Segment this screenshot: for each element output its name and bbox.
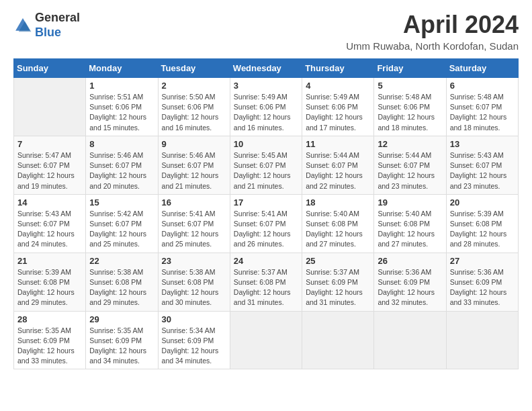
month-title: April 2024 xyxy=(346,11,519,39)
day-number: 8 xyxy=(89,139,154,149)
logo-icon xyxy=(13,16,32,35)
cell-content: Sunrise: 5:41 AM Sunset: 6:07 PM Dayligh… xyxy=(162,209,226,250)
calendar-cell: 30Sunrise: 5:34 AM Sunset: 6:09 PM Dayli… xyxy=(158,311,230,369)
calendar-cell: 16Sunrise: 5:41 AM Sunset: 6:07 PM Dayli… xyxy=(158,194,230,253)
day-number: 17 xyxy=(234,197,298,208)
header-cell-monday: Monday xyxy=(86,59,158,78)
calendar-cell: 13Sunrise: 5:43 AM Sunset: 6:07 PM Dayli… xyxy=(446,136,518,194)
day-number: 15 xyxy=(89,197,154,208)
calendar-cell: 22Sunrise: 5:38 AM Sunset: 6:08 PM Dayli… xyxy=(86,253,158,311)
cell-content: Sunrise: 5:36 AM Sunset: 6:09 PM Dayligh… xyxy=(450,267,515,308)
calendar-cell: 25Sunrise: 5:37 AM Sunset: 6:09 PM Dayli… xyxy=(302,253,374,311)
day-number: 6 xyxy=(450,81,515,91)
week-row-2: 7Sunrise: 5:47 AM Sunset: 6:07 PM Daylig… xyxy=(14,136,519,194)
calendar-cell: 9Sunrise: 5:46 AM Sunset: 6:07 PM Daylig… xyxy=(158,136,230,194)
calendar-cell: 12Sunrise: 5:44 AM Sunset: 6:07 PM Dayli… xyxy=(374,136,446,194)
calendar-table: SundayMondayTuesdayWednesdayThursdayFrid… xyxy=(13,58,519,369)
day-number: 11 xyxy=(306,139,370,149)
header-cell-thursday: Thursday xyxy=(302,59,374,78)
cell-content: Sunrise: 5:35 AM Sunset: 6:09 PM Dayligh… xyxy=(89,326,154,367)
location: Umm Ruwaba, North Kordofan, Sudan xyxy=(346,40,519,52)
cell-content: Sunrise: 5:44 AM Sunset: 6:07 PM Dayligh… xyxy=(378,150,442,191)
logo: General Blue xyxy=(13,11,80,40)
header: General Blue April 2024 Umm Ruwaba, Nort… xyxy=(13,11,519,52)
logo-text: General Blue xyxy=(35,11,80,40)
day-number: 19 xyxy=(378,197,442,208)
header-cell-sunday: Sunday xyxy=(14,59,86,78)
week-row-5: 28Sunrise: 5:35 AM Sunset: 6:09 PM Dayli… xyxy=(14,311,519,369)
day-number: 27 xyxy=(450,256,515,266)
calendar-cell: 20Sunrise: 5:39 AM Sunset: 6:08 PM Dayli… xyxy=(446,194,518,253)
day-number: 26 xyxy=(378,256,442,266)
calendar-header: SundayMondayTuesdayWednesdayThursdayFrid… xyxy=(14,59,519,78)
day-number: 14 xyxy=(17,197,82,208)
week-row-1: 1Sunrise: 5:51 AM Sunset: 6:06 PM Daylig… xyxy=(14,78,519,136)
cell-content: Sunrise: 5:46 AM Sunset: 6:07 PM Dayligh… xyxy=(162,150,226,191)
calendar-cell: 14Sunrise: 5:43 AM Sunset: 6:07 PM Dayli… xyxy=(14,194,86,253)
cell-content: Sunrise: 5:34 AM Sunset: 6:09 PM Dayligh… xyxy=(162,326,226,367)
day-number: 23 xyxy=(162,256,226,266)
cell-content: Sunrise: 5:50 AM Sunset: 6:06 PM Dayligh… xyxy=(162,92,226,133)
day-number: 16 xyxy=(162,197,226,208)
calendar-cell xyxy=(302,311,374,369)
calendar-cell: 7Sunrise: 5:47 AM Sunset: 6:07 PM Daylig… xyxy=(14,136,86,194)
cell-content: Sunrise: 5:38 AM Sunset: 6:08 PM Dayligh… xyxy=(89,267,154,308)
cell-content: Sunrise: 5:48 AM Sunset: 6:06 PM Dayligh… xyxy=(378,92,442,133)
title-block: April 2024 Umm Ruwaba, North Kordofan, S… xyxy=(346,11,519,52)
calendar-cell: 21Sunrise: 5:39 AM Sunset: 6:08 PM Dayli… xyxy=(14,253,86,311)
day-number: 25 xyxy=(306,256,370,266)
calendar-cell: 26Sunrise: 5:36 AM Sunset: 6:09 PM Dayli… xyxy=(374,253,446,311)
calendar-cell: 15Sunrise: 5:42 AM Sunset: 6:07 PM Dayli… xyxy=(86,194,158,253)
cell-content: Sunrise: 5:48 AM Sunset: 6:07 PM Dayligh… xyxy=(450,92,515,133)
calendar-cell: 5Sunrise: 5:48 AM Sunset: 6:06 PM Daylig… xyxy=(374,78,446,136)
day-number: 5 xyxy=(378,81,442,91)
cell-content: Sunrise: 5:43 AM Sunset: 6:07 PM Dayligh… xyxy=(450,150,515,191)
calendar-cell: 4Sunrise: 5:49 AM Sunset: 6:06 PM Daylig… xyxy=(302,78,374,136)
calendar-cell: 6Sunrise: 5:48 AM Sunset: 6:07 PM Daylig… xyxy=(446,78,518,136)
cell-content: Sunrise: 5:39 AM Sunset: 6:08 PM Dayligh… xyxy=(17,267,82,308)
calendar-cell xyxy=(374,311,446,369)
calendar-cell: 27Sunrise: 5:36 AM Sunset: 6:09 PM Dayli… xyxy=(446,253,518,311)
calendar-cell xyxy=(230,311,302,369)
day-number: 10 xyxy=(234,139,298,149)
calendar-cell: 19Sunrise: 5:40 AM Sunset: 6:08 PM Dayli… xyxy=(374,194,446,253)
day-number: 21 xyxy=(17,256,82,266)
day-number: 7 xyxy=(17,139,82,149)
header-cell-friday: Friday xyxy=(374,59,446,78)
calendar-cell: 8Sunrise: 5:46 AM Sunset: 6:07 PM Daylig… xyxy=(86,136,158,194)
page-container: General Blue April 2024 Umm Ruwaba, Nort… xyxy=(0,0,532,380)
cell-content: Sunrise: 5:51 AM Sunset: 6:06 PM Dayligh… xyxy=(89,92,154,133)
calendar-cell: 1Sunrise: 5:51 AM Sunset: 6:06 PM Daylig… xyxy=(86,78,158,136)
calendar-cell: 17Sunrise: 5:41 AM Sunset: 6:07 PM Dayli… xyxy=(230,194,302,253)
day-number: 30 xyxy=(162,314,226,324)
calendar-cell: 11Sunrise: 5:44 AM Sunset: 6:07 PM Dayli… xyxy=(302,136,374,194)
header-cell-wednesday: Wednesday xyxy=(230,59,302,78)
day-number: 3 xyxy=(234,81,298,91)
day-number: 18 xyxy=(306,197,370,208)
day-number: 4 xyxy=(306,81,370,91)
cell-content: Sunrise: 5:37 AM Sunset: 6:09 PM Dayligh… xyxy=(306,267,370,308)
day-number: 28 xyxy=(17,314,82,324)
calendar-cell: 29Sunrise: 5:35 AM Sunset: 6:09 PM Dayli… xyxy=(86,311,158,369)
calendar-cell: 10Sunrise: 5:45 AM Sunset: 6:07 PM Dayli… xyxy=(230,136,302,194)
calendar-body: 1Sunrise: 5:51 AM Sunset: 6:06 PM Daylig… xyxy=(14,78,519,369)
header-cell-saturday: Saturday xyxy=(446,59,518,78)
header-cell-tuesday: Tuesday xyxy=(158,59,230,78)
day-number: 13 xyxy=(450,139,515,149)
logo-general: General xyxy=(35,11,80,26)
cell-content: Sunrise: 5:40 AM Sunset: 6:08 PM Dayligh… xyxy=(378,209,442,250)
calendar-cell xyxy=(14,78,86,136)
cell-content: Sunrise: 5:36 AM Sunset: 6:09 PM Dayligh… xyxy=(378,267,442,308)
cell-content: Sunrise: 5:42 AM Sunset: 6:07 PM Dayligh… xyxy=(89,209,154,250)
header-row: SundayMondayTuesdayWednesdayThursdayFrid… xyxy=(14,59,519,78)
calendar-cell: 3Sunrise: 5:49 AM Sunset: 6:06 PM Daylig… xyxy=(230,78,302,136)
cell-content: Sunrise: 5:49 AM Sunset: 6:06 PM Dayligh… xyxy=(234,92,298,133)
day-number: 24 xyxy=(234,256,298,266)
day-number: 20 xyxy=(450,197,515,208)
cell-content: Sunrise: 5:46 AM Sunset: 6:07 PM Dayligh… xyxy=(89,150,154,191)
cell-content: Sunrise: 5:35 AM Sunset: 6:09 PM Dayligh… xyxy=(17,326,82,367)
cell-content: Sunrise: 5:47 AM Sunset: 6:07 PM Dayligh… xyxy=(17,150,82,191)
day-number: 1 xyxy=(89,81,154,91)
cell-content: Sunrise: 5:44 AM Sunset: 6:07 PM Dayligh… xyxy=(306,150,370,191)
cell-content: Sunrise: 5:43 AM Sunset: 6:07 PM Dayligh… xyxy=(17,209,82,250)
